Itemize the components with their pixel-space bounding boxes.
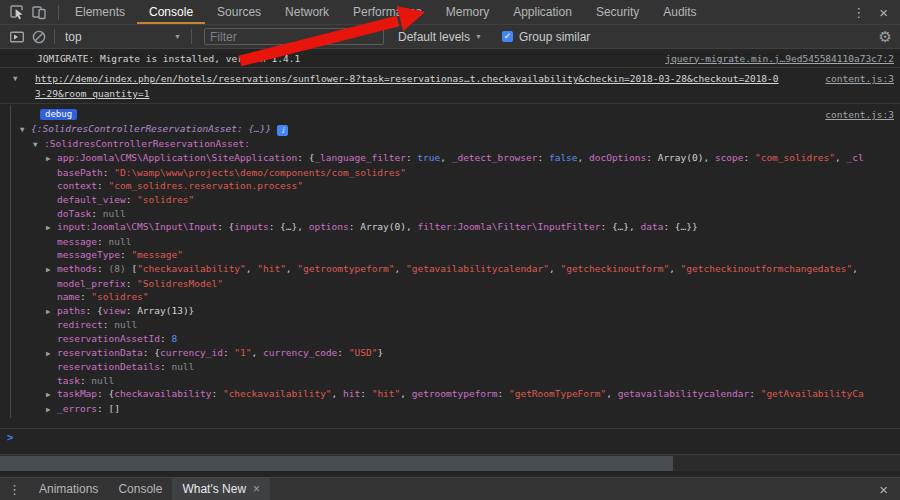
token-punct: , <box>406 221 417 232</box>
settings-gear-icon[interactable]: ⚙ <box>879 28 892 45</box>
token-name: messageType <box>57 249 120 260</box>
triangle-right-icon[interactable]: ▶ <box>46 263 57 277</box>
close-drawer-icon[interactable]: × <box>873 481 894 498</box>
tab-performance[interactable]: Performance <box>341 0 434 24</box>
source-link[interactable]: jquery-migrate.min.j…9ed545584110a73c7:2 <box>665 53 894 64</box>
source-link[interactable]: content.js:3 <box>825 71 894 86</box>
tab-memory[interactable]: Memory <box>434 0 501 24</box>
tree-row-expandable[interactable]: ▶reservationData: {currency_id: "1", cur… <box>0 346 900 361</box>
tab-sources[interactable]: Sources <box>205 0 273 24</box>
token-name: options <box>309 221 349 232</box>
token-null: null <box>114 319 137 330</box>
tree-row-expandable[interactable]: ▼:SolidresControllerReservationAsset: <box>0 137 900 152</box>
token-punct: , <box>332 388 343 399</box>
triangle-down-icon[interactable]: ▼ <box>20 123 31 137</box>
triangle-down-icon[interactable]: ▼ <box>13 74 18 83</box>
triangle-right-icon[interactable]: ▶ <box>46 305 57 319</box>
token-punct: [ <box>126 263 137 274</box>
tree-row-expandable[interactable]: ▶methods: (8) ["checkavailability", "hit… <box>0 262 900 277</box>
close-tab-icon[interactable]: × <box>253 482 260 496</box>
console-sidebar-icon[interactable] <box>6 27 28 46</box>
token-punct: : <box>97 263 108 274</box>
source-link[interactable]: content.js:3 <box>825 109 894 120</box>
token-punct: : <box>646 152 657 163</box>
triangle-right-icon[interactable]: ▶ <box>46 403 57 417</box>
token-punct: : {…}, <box>269 221 309 232</box>
toolbar-left-icons <box>0 0 54 24</box>
token-punct: , <box>669 263 680 274</box>
token-name: doTask <box>57 208 91 219</box>
tree-row-expandable[interactable]: ▶app:Joomla\CMS\Application\SiteApplicat… <box>0 151 900 166</box>
tree-row: message: null <box>0 235 900 249</box>
token-punct: : <box>749 388 760 399</box>
tab-console[interactable]: Console <box>137 0 205 24</box>
levels-value: Default levels <box>398 30 470 44</box>
token-punct: , <box>606 388 617 399</box>
token-str: "getRoomTypeForm" <box>509 388 606 399</box>
tree-row: reservationAssetId: 8 <box>0 332 900 346</box>
token-punct: : <box>211 388 222 399</box>
tab-elements[interactable]: Elements <box>63 0 137 24</box>
clear-console-icon[interactable] <box>28 27 50 46</box>
token-punct: : <box>80 291 91 302</box>
tree-row-expandable[interactable]: ▼{:SolidresControllerReservationAsset: {… <box>0 122 900 137</box>
context-value: top <box>65 30 82 44</box>
token-punct: : { <box>297 152 314 163</box>
token-bool: false <box>549 152 578 163</box>
log-levels-dropdown[interactable]: Default levels ▼ <box>392 30 488 44</box>
javascript-context-selector[interactable]: top ▼ <box>59 30 187 44</box>
tree-row-expandable[interactable]: ▶paths: {view: Array(13)} <box>0 304 900 319</box>
group-similar-checkbox[interactable]: ✓ <box>502 31 513 42</box>
token-str: "message" <box>131 249 182 260</box>
token-punct: : <box>97 180 108 191</box>
triangle-right-icon[interactable]: ▶ <box>46 152 57 166</box>
console-message-jqmigrate: JQMIGRATE: Migrate is installed, version… <box>0 49 900 68</box>
triangle-right-icon[interactable]: ▶ <box>46 221 57 235</box>
token-name: default_view <box>57 194 126 205</box>
token-name: scope <box>715 152 744 163</box>
drawer-tab-console[interactable]: Console <box>108 478 172 500</box>
token-str: "getavailabilitycalendar" <box>406 263 549 274</box>
token-name: context <box>57 180 97 191</box>
token-name: currency_code <box>263 347 337 358</box>
tab-application[interactable]: Application <box>501 0 584 24</box>
drawer-tab-animations[interactable]: Animations <box>29 478 108 500</box>
tab-security[interactable]: Security <box>584 0 651 24</box>
token-punct: } <box>189 305 195 316</box>
device-toolbar-icon[interactable] <box>28 3 50 22</box>
console-prompt[interactable]: > <box>0 428 900 446</box>
tree-row-expandable[interactable]: ▶_errors: [] <box>0 402 900 417</box>
tab-network[interactable]: Network <box>273 0 341 24</box>
token-str: "1" <box>234 347 251 358</box>
triangle-down-icon[interactable]: ▼ <box>33 138 44 152</box>
token-punct: : { <box>86 305 103 316</box>
token-name: _cl <box>846 152 863 163</box>
token-punct: , <box>246 263 257 274</box>
token-name: docOptions <box>589 152 646 163</box>
tree-row-expandable[interactable]: ▶taskMap: {checkavailability: "checkavai… <box>0 387 900 402</box>
more-options-icon[interactable]: ⋮ <box>844 5 873 20</box>
token-punct: , <box>578 152 589 163</box>
token-name: reservationData <box>57 347 143 358</box>
token-str: "checkavailability" <box>137 263 246 274</box>
tab-audits[interactable]: Audits <box>651 0 708 24</box>
filter-input[interactable] <box>204 28 384 45</box>
drawer-menu-icon[interactable]: ⋮ <box>0 478 29 500</box>
triangle-right-icon[interactable]: ▶ <box>46 388 57 402</box>
logged-url-line1[interactable]: http://demo/index.php/en/hotels/reservat… <box>35 71 779 86</box>
token-punct: , <box>286 263 297 274</box>
tree-row-expandable[interactable]: ▶input:Joomla\CMS\Input\Input: {inputs: … <box>0 220 900 235</box>
token-name: reservationDetails <box>57 361 160 372</box>
triangle-right-icon[interactable]: ▶ <box>46 347 57 361</box>
inspect-element-icon[interactable] <box>6 3 28 22</box>
drawer-tab-what-s-new[interactable]: What's New× <box>172 478 270 500</box>
token-str: "D:\wamp\www\projects\demo/components/co… <box>114 167 406 178</box>
info-icon[interactable]: i <box>277 125 288 136</box>
scrollbar-thumb[interactable] <box>0 456 673 471</box>
token-preview: {:SolidresControllerReservationAsset: {…… <box>31 123 271 134</box>
close-devtools-icon[interactable]: × <box>873 4 894 21</box>
logged-url-line2[interactable]: 3-29&room_quantity=1 <box>35 86 149 101</box>
token-punct: : { <box>143 347 160 358</box>
tree-row: basePath: "D:\wamp\www\projects\demo/com… <box>0 166 900 180</box>
divider <box>58 5 59 20</box>
